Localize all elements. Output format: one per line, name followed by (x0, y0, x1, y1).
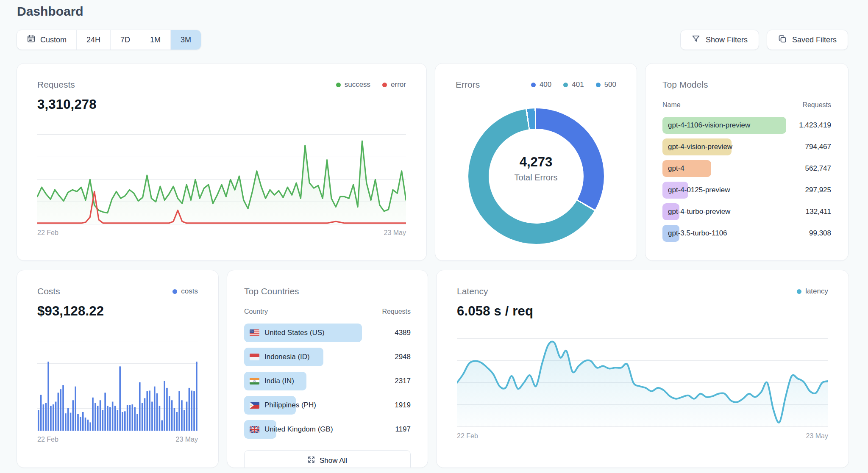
saved-filters-button[interactable]: Saved Filters (767, 30, 848, 50)
model-row[interactable]: gpt-4-turbo-preview132,411 (662, 203, 831, 220)
errors-card-title: Errors (456, 80, 480, 90)
top-countries-card: Top Countries Country Requests United St… (227, 270, 428, 468)
countries-col-country-header: Country (244, 308, 268, 315)
model-row[interactable]: gpt-4-0125-preview297,925 (662, 182, 831, 199)
legend-label: 500 (604, 80, 616, 89)
in-flag-icon (250, 378, 259, 384)
legend-dot (531, 83, 536, 87)
expand-icon (308, 456, 315, 465)
model-row[interactable]: gpt-4-1106-vision-preview1,423,419 (662, 117, 831, 134)
latency-card-title: Latency (457, 286, 488, 296)
model-requests-value: 99,308 (809, 229, 831, 238)
legend-item-error: error (382, 80, 406, 89)
dashboard-page: Dashboard Custom24H7D1M3M Show Filters S… (0, 4, 868, 468)
country-row[interactable]: Philippines (PH)1919 (244, 396, 411, 415)
legend-label: error (391, 80, 406, 89)
time-range-3m-button[interactable]: 3M (170, 30, 201, 50)
models-col-requests-header: Requests (802, 101, 831, 109)
model-name-label: gpt-3.5-turbo-1106 (662, 229, 727, 238)
time-range-label: Custom (40, 36, 67, 44)
legend-dot (596, 83, 601, 87)
legend-label: latency (805, 287, 828, 296)
legend-item-latency: latency (797, 287, 828, 296)
country-name: United Kingdom (GB) (264, 425, 333, 434)
legend-dot (336, 83, 341, 87)
country-name: Indonesia (ID) (264, 353, 310, 361)
requests-line-chart[interactable] (37, 134, 406, 224)
legend-item-success: success (336, 80, 370, 89)
time-range-label: 24H (86, 36, 100, 44)
country-row[interactable]: India (IN)2317 (244, 372, 411, 390)
show-filters-button[interactable]: Show Filters (680, 30, 759, 50)
model-name-label: gpt-4 (662, 164, 684, 173)
model-requests-value: 132,411 (806, 207, 831, 216)
legend-dot (797, 289, 801, 294)
model-rows: gpt-4-1106-vision-preview1,423,419gpt-4-… (662, 117, 831, 242)
model-row[interactable]: gpt-4562,747 (662, 160, 831, 177)
model-name-label: gpt-4-turbo-preview (662, 207, 730, 216)
time-range-24h-button[interactable]: 24H (76, 30, 110, 50)
legend-item-500: 500 (596, 80, 616, 89)
requests-card-title: Requests (37, 80, 75, 90)
requests-x-axis: 22 Feb 23 May (37, 229, 406, 237)
country-row[interactable]: United Kingdom (GB)1197 (244, 420, 411, 439)
top-models-card: Top Models Name Requests gpt-4-1106-visi… (645, 63, 849, 261)
model-requests-value: 794,467 (805, 143, 831, 151)
legend-label: success (345, 80, 370, 89)
country-name-label: Philippines (PH) (244, 401, 316, 409)
time-range-label: 1M (150, 36, 161, 44)
country-requests-value: 4389 (395, 329, 411, 337)
us-flag-icon (250, 329, 259, 336)
legend-dot (382, 83, 387, 87)
errors-legend: 400401500 (531, 80, 616, 89)
legend-dot (563, 83, 568, 87)
errors-total-label: Total Errors (514, 173, 557, 183)
country-row[interactable]: Indonesia (ID)2948 (244, 348, 411, 366)
time-range-custom-button[interactable]: Custom (17, 30, 76, 50)
model-requests-value: 562,747 (805, 164, 831, 173)
requests-card: Requests successerror 3,310,278 22 Feb 2… (17, 63, 427, 261)
x-axis-start-label: 22 Feb (457, 432, 478, 440)
model-name-label: gpt-4-0125-preview (662, 186, 730, 194)
show-all-button[interactable]: Show All (244, 450, 411, 468)
gridline (37, 431, 198, 431)
time-range-label: 3M (181, 36, 191, 44)
id-flag-icon (250, 354, 259, 360)
latency-value: 6.058 s / req (457, 304, 828, 319)
saved-filters-label: Saved Filters (792, 36, 837, 44)
country-rows: United States (US)4389Indonesia (ID)2948… (244, 324, 411, 439)
country-requests-value: 1197 (395, 425, 411, 434)
costs-legend: costs (172, 287, 198, 296)
toolbar-right: Show Filters Saved Filters (680, 30, 848, 50)
model-requests-value: 1,423,419 (799, 121, 831, 130)
latency-x-axis: 22 Feb 23 May (457, 432, 828, 440)
time-range-1m-button[interactable]: 1M (140, 30, 170, 50)
model-row[interactable]: gpt-3.5-turbo-110699,308 (662, 225, 831, 242)
model-row[interactable]: gpt-4-vision-preview794,467 (662, 138, 831, 155)
x-axis-end-label: 23 May (806, 432, 828, 440)
legend-item-costs: costs (172, 287, 198, 296)
show-filters-label: Show Filters (706, 36, 748, 44)
errors-total-value: 4,273 (520, 155, 553, 170)
latency-line-chart[interactable] (457, 338, 828, 426)
legend-label: 401 (572, 80, 584, 89)
country-row[interactable]: United States (US)4389 (244, 324, 411, 342)
page-title: Dashboard (17, 4, 868, 19)
costs-bar-chart[interactable] (37, 341, 198, 431)
errors-donut-chart[interactable]: 4,273 Total Errors (468, 108, 604, 244)
funnel-icon (692, 35, 700, 45)
time-range-7d-button[interactable]: 7D (110, 30, 140, 50)
cards-row-1: Requests successerror 3,310,278 22 Feb 2… (17, 63, 848, 261)
country-requests-value: 2317 (395, 377, 411, 385)
time-range-label: 7D (120, 36, 130, 44)
legend-label: 400 (540, 80, 551, 89)
costs-card-title: Costs (37, 286, 60, 296)
country-name-label: United Kingdom (GB) (244, 425, 333, 434)
x-axis-start-label: 22 Feb (37, 436, 58, 443)
top-models-card-title: Top Models (662, 80, 831, 90)
costs-card: Costs costs $93,128.22 22 Feb 23 May (17, 270, 219, 468)
model-name-label: gpt-4-vision-preview (662, 143, 732, 151)
legend-label: costs (181, 287, 198, 296)
x-axis-end-label: 23 May (384, 229, 406, 237)
latency-legend: latency (797, 287, 828, 296)
